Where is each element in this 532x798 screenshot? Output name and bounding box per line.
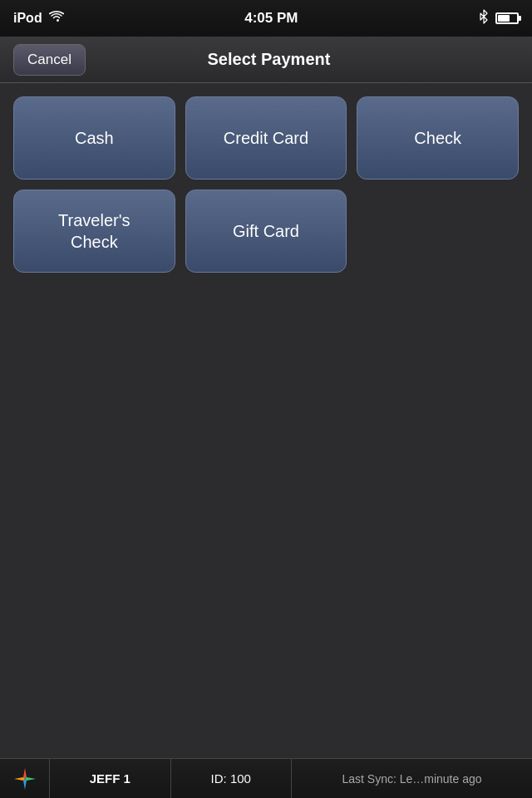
bottom-user-section: JEFF 1: [50, 759, 171, 798]
battery-icon: [495, 12, 519, 24]
travelers-check-button[interactable]: Traveler'sCheck: [13, 190, 175, 273]
gift-card-button[interactable]: Gift Card: [185, 190, 347, 273]
cancel-button[interactable]: Cancel: [13, 44, 86, 76]
bottom-sync-section: Last Sync: Le…minute ago: [292, 759, 532, 798]
app-logo-section: [0, 759, 50, 798]
device-label: iPod: [13, 11, 42, 26]
svg-marker-1: [23, 768, 27, 779]
id-label: ID: 100: [211, 771, 251, 786]
bluetooth-icon: [479, 9, 489, 27]
svg-marker-2: [25, 777, 36, 781]
time-display: 4:05 PM: [244, 10, 298, 26]
check-button[interactable]: Check: [357, 96, 519, 180]
nav-title: Select Payment: [86, 50, 452, 69]
bottom-id-section: ID: 100: [171, 759, 293, 798]
cash-button[interactable]: Cash: [13, 96, 175, 180]
svg-marker-4: [14, 777, 25, 781]
user-label: JEFF 1: [90, 771, 131, 786]
nav-bar: Cancel Select Payment: [0, 37, 532, 83]
wifi-icon: [49, 11, 64, 26]
status-bar: iPod 4:05 PM: [0, 0, 532, 37]
credit-card-button[interactable]: Credit Card: [185, 96, 347, 180]
bottom-bar: JEFF 1 ID: 100 Last Sync: Le…minute ago: [0, 758, 532, 798]
payment-grid: Cash Credit Card Check Traveler'sCheck G…: [0, 83, 532, 286]
app-logo-icon: [12, 766, 37, 791]
svg-marker-3: [23, 779, 27, 790]
sync-label: Last Sync: Le…minute ago: [342, 772, 481, 786]
